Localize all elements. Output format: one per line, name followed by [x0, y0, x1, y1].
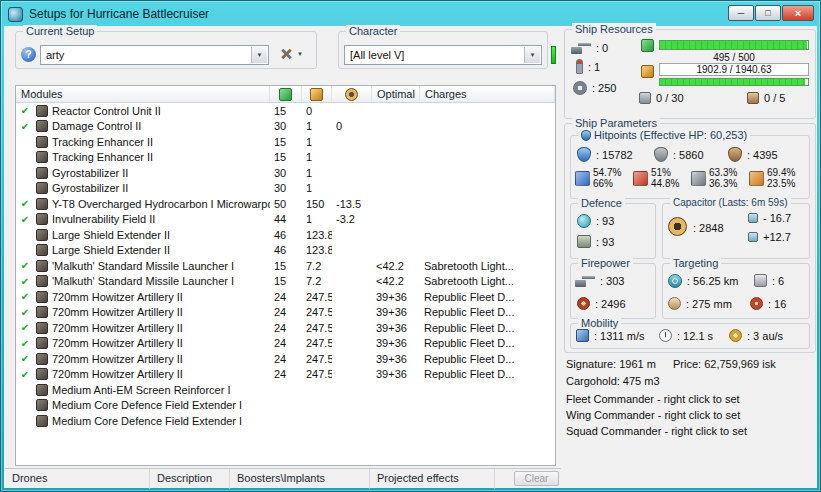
hull-hp-value: : 4395 [747, 149, 778, 161]
module-row[interactable]: ✔ Reactor Control Unit II 15 0 [16, 103, 555, 119]
module-row[interactable]: ✔ 720mm Howitzer Artillery II 24 247.5 3… [16, 367, 555, 383]
module-icon [36, 151, 48, 163]
signature-radius: Signature: 1961 m [566, 358, 656, 370]
module-row[interactable]: ✔ 'Malkuth' Standard Missile Launcher I … [16, 274, 555, 290]
module-powergrid: 247.5 [302, 306, 332, 318]
module-row[interactable]: ✔ Large Shield Extender II 46 123.8 [16, 227, 555, 243]
module-row[interactable]: ✔ Medium Anti-EM Screen Reinforcer I [16, 382, 555, 398]
header-powergrid[interactable] [302, 86, 332, 102]
module-row[interactable]: ✔ 720mm Howitzer Artillery II 24 247.5 3… [16, 336, 555, 352]
character-combobox-value: [All level V] [350, 49, 404, 61]
wing-commander[interactable]: Wing Commander - right click to set [566, 409, 740, 421]
chevron-down-icon[interactable]: ▼ [251, 47, 267, 63]
clear-button[interactable]: Clear [514, 471, 559, 486]
volley-icon [577, 297, 590, 310]
header-optimal[interactable]: Optimal [372, 86, 420, 102]
price: Price: 62,759,969 isk [673, 358, 776, 370]
module-cpu: 30 [270, 167, 302, 179]
module-icon [36, 182, 48, 194]
bottom-tab[interactable]: Description [150, 469, 230, 489]
resistance-cell: 69.4% 23.5% [749, 167, 807, 189]
firepower-title: Firepower [578, 257, 633, 269]
resistance-icon [749, 171, 764, 186]
module-row[interactable]: ✔ Invulnerability Field II 44 1 -3.2 [16, 212, 555, 228]
module-row[interactable]: ✔ Medium Core Defence Field Extender I [16, 413, 555, 429]
bottom-tab[interactable]: Projected effects [370, 469, 495, 489]
shield-resist-value: 51% [651, 167, 679, 178]
module-powergrid: 1 [302, 167, 332, 179]
bottom-tab[interactable]: Drones [5, 469, 150, 489]
module-row[interactable]: ✔ 720mm Howitzer Artillery II 24 247.5 3… [16, 289, 555, 305]
minimize-button[interactable]: ─ [728, 5, 754, 21]
module-row[interactable]: ✔ Tracking Enhancer II 15 1 [16, 150, 555, 166]
resistance-icon [633, 171, 648, 186]
module-cpu: 24 [270, 322, 302, 334]
capacitor-drain-value: - 16.7 [763, 212, 791, 224]
module-icon [36, 275, 48, 287]
capacitor-title: Capacitor (Lasts: 6m 59s) [670, 197, 791, 208]
setup-combobox[interactable]: arty ▼ [40, 45, 269, 65]
module-powergrid: 247.5 [302, 322, 332, 334]
module-row[interactable]: ✔ Damage Control II 30 1 0 [16, 119, 555, 135]
module-cpu: 15 [270, 105, 302, 117]
bottom-tab[interactable]: Boosters\Implants [230, 469, 370, 489]
window-title: Setups for Hurricane Battlecruiser [29, 7, 209, 21]
header-modules[interactable]: Modules [16, 86, 270, 102]
header-capacitor[interactable] [332, 86, 372, 102]
armor-resist-value: 66% [593, 178, 621, 189]
online-check-icon: ✔ [16, 369, 34, 380]
titlebar[interactable]: Setups for Hurricane Battlecruiser [4, 3, 817, 25]
header-charges[interactable]: Charges [420, 86, 555, 102]
module-row[interactable]: ✔ Tracking Enhancer II 15 1 [16, 134, 555, 150]
online-check-icon: ✔ [16, 307, 34, 318]
module-name: 720mm Howitzer Artillery II [50, 337, 270, 349]
module-cpu: 46 [270, 229, 302, 241]
module-charges: Republic Fleet D... [420, 291, 555, 303]
module-row[interactable]: ✔ 720mm Howitzer Artillery II 24 247.5 3… [16, 351, 555, 367]
tab-label: Boosters\Implants [237, 472, 325, 484]
module-optimal: 39+36 [372, 337, 420, 349]
targeting-group: Targeting [662, 263, 810, 319]
firepower-volley-value: : 2496 [595, 298, 626, 310]
module-name: Gyrostabilizer II [50, 167, 270, 179]
module-powergrid: 247.5 [302, 353, 332, 365]
module-cpu: 15 [270, 151, 302, 163]
calibration-icon [573, 81, 587, 95]
module-cap-use: -3.2 [332, 213, 372, 225]
squad-commander[interactable]: Squad Commander - right click to set [566, 425, 747, 437]
maximize-button[interactable]: □ [755, 5, 781, 21]
targeting-range-value: : 56.25 km [687, 275, 738, 287]
powergrid-icon [310, 88, 323, 101]
module-icon [36, 337, 48, 349]
module-row[interactable]: ✔ Large Shield Extender II 46 123.8 [16, 243, 555, 259]
ship-parameters-title: Ship Parameters [572, 117, 660, 129]
chevron-down-icon[interactable]: ▼ [524, 47, 540, 63]
module-charges: Republic Fleet D... [420, 322, 555, 334]
online-check-icon: ✔ [16, 322, 34, 333]
module-icon [36, 136, 48, 148]
module-row[interactable]: ✔ Y-T8 Overcharged Hydrocarbon I Microwa… [16, 196, 555, 212]
module-row[interactable]: ✔ Gyrostabilizer II 30 1 [16, 181, 555, 197]
setup-tools-button[interactable]: ▼ [279, 47, 303, 61]
module-row[interactable]: ✔ 720mm Howitzer Artillery II 24 247.5 3… [16, 320, 555, 336]
module-name: 720mm Howitzer Artillery II [50, 291, 270, 303]
firepower-group: Firepower [570, 263, 656, 319]
capacitor-amount: : 2848 [693, 222, 724, 234]
fleet-commander[interactable]: Fleet Commander - right click to set [566, 393, 740, 405]
cap-recharge-icon [748, 232, 758, 242]
module-row[interactable]: ✔ Medium Core Defence Field Extender I [16, 398, 555, 414]
module-row[interactable]: ✔ 'Malkuth' Standard Missile Launcher I … [16, 258, 555, 274]
module-icon [36, 167, 48, 179]
close-button[interactable]: × [782, 5, 814, 21]
header-cpu[interactable] [270, 86, 302, 102]
module-row[interactable]: ✔ Gyrostabilizer II 30 1 [16, 165, 555, 181]
module-cpu: 30 [270, 182, 302, 194]
online-check-icon: ✔ [16, 198, 34, 209]
help-icon[interactable]: ? [21, 47, 36, 62]
module-icon [36, 384, 48, 396]
armor-resist-value: 23.5% [767, 178, 795, 189]
character-combobox[interactable]: [All level V] ▼ [344, 45, 542, 65]
module-row[interactable]: ✔ 720mm Howitzer Artillery II 24 247.5 3… [16, 305, 555, 321]
module-icon [36, 105, 48, 117]
module-icon [36, 322, 48, 334]
